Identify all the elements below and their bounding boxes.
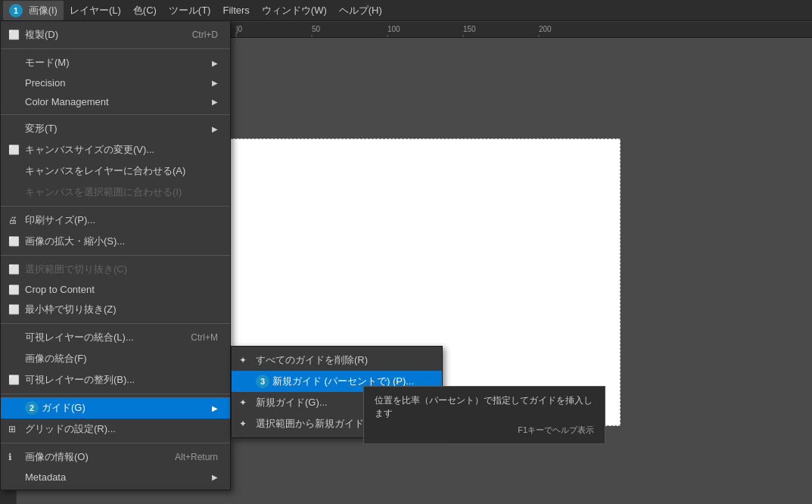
menu-item-canvas-sel: キャンバスを選択範囲に合わせる(I): [1, 182, 230, 203]
svg-text:150: 150: [463, 25, 476, 33]
menubar: 1 画像(I) レイヤー(L) 色(C) ツール(T) Filters ウィンド…: [0, 0, 812, 21]
menu-label-flatten: 画像の統合(F): [25, 352, 218, 366]
separator-5: [1, 323, 230, 324]
menu-item-flatten[interactable]: 画像の統合(F): [1, 348, 230, 369]
badge-3: 3: [256, 375, 269, 388]
menubar-item-filters[interactable]: Filters: [216, 2, 255, 19]
menubar-item-color[interactable]: 色(C): [127, 1, 163, 20]
guide-new-icon: ✦: [239, 397, 247, 408]
metadata-arrow-icon: ▶: [212, 473, 218, 481]
separator-2: [1, 114, 230, 115]
menu-item-flatten-visible[interactable]: 可視レイヤーの統合(L)... Ctrl+M: [1, 327, 230, 348]
menu-item-crop-sel: ⬜ 選択範囲で切り抜き(C): [1, 259, 230, 280]
menu-label-grid-settings: グリッドの設定(R)...: [25, 422, 218, 436]
menu-item-mode[interactable]: モード(M) ▶: [1, 52, 230, 73]
menubar-label-window: ウィンドウ(W): [262, 5, 327, 16]
precision-arrow-icon: ▶: [212, 79, 218, 87]
menu-item-canvas-fit[interactable]: キャンバスをレイヤーに合わせる(A): [1, 160, 230, 182]
print-icon: 🖨: [8, 215, 17, 226]
svg-text:50: 50: [312, 25, 321, 33]
menu-label-duplicate: 複製(D): [25, 28, 192, 42]
transform-arrow-icon: ▶: [212, 125, 218, 133]
tooltip-main-text: 位置を比率（パーセント）で指定してガイドを挿入します: [375, 394, 594, 420]
menu-label-print-size: 印刷サイズ(P)...: [25, 213, 218, 227]
menu-item-grid-settings[interactable]: ⊞ グリッドの設定(R)...: [1, 418, 230, 440]
menubar-item-layer[interactable]: レイヤー(L): [64, 1, 127, 20]
svg-text:200: 200: [539, 25, 552, 33]
svg-text:100: 100: [387, 25, 400, 33]
guides-arrow-icon: ▶: [212, 404, 218, 412]
menu-label-precision: Precision: [25, 77, 212, 89]
menubar-item-window[interactable]: ウィンドウ(W): [256, 1, 333, 20]
badge-1: 1: [9, 4, 23, 17]
menu-label-canvas-fit: キャンバスをレイヤーに合わせる(A): [25, 164, 218, 178]
menu-label-color-mgmt: Color Management: [25, 96, 212, 107]
tooltip-hint-text: F1キーでヘルプ表示: [375, 425, 594, 436]
menu-item-metadata[interactable]: Metadata ▶: [1, 468, 230, 487]
menu-label-transform: 変形(T): [25, 122, 212, 135]
menu-item-print-size[interactable]: 🖨 印刷サイズ(P)...: [1, 210, 230, 231]
canvas-size-icon: ⬜: [8, 145, 20, 155]
menu-item-color-mgmt[interactable]: Color Management ▶: [1, 92, 230, 111]
menubar-label-image: 画像(I): [29, 5, 58, 16]
menu-label-mode: モード(M): [25, 56, 212, 70]
crop-content-icon: ⬜: [8, 285, 20, 295]
menu-label-metadata: Metadata: [25, 471, 212, 483]
mode-arrow-icon: ▶: [212, 59, 218, 67]
menubar-item-image[interactable]: 1 画像(I): [3, 1, 64, 20]
info-icon: ℹ: [8, 452, 12, 462]
menubar-label-help: ヘルプ(H): [339, 5, 382, 16]
align-visible-icon: ⬜: [8, 375, 20, 385]
menu-item-image-info[interactable]: ℹ 画像の情報(O) Alt+Return: [1, 446, 230, 468]
menubar-item-tools[interactable]: ツール(T): [163, 1, 217, 20]
menubar-label-tools: ツール(T): [169, 5, 211, 16]
separator-3: [1, 206, 230, 207]
menubar-label-filters: Filters: [222, 5, 249, 16]
submenu-label-new-guide: 新規ガイド(G)...: [256, 396, 328, 409]
guide-delete-icon: ✦: [239, 355, 247, 366]
guide-from-sel-icon: ✦: [239, 418, 247, 429]
duplicate-icon: ⬜: [8, 30, 20, 40]
crop-sel-icon: ⬜: [8, 264, 20, 275]
menu-label-canvas-sel: キャンバスを選択範囲に合わせる(I): [25, 185, 218, 199]
menu-label-align-visible: 可視レイヤーの整列(B)...: [25, 373, 218, 387]
menu-label-scale: 画像の拡大・縮小(S)...: [25, 235, 218, 248]
submenu-label-guide-from-sel: 選択範囲から新規ガイド(S): [256, 417, 377, 431]
menu-label-flatten-visible: 可視レイヤーの統合(L)...: [25, 331, 191, 344]
scale-icon: ⬜: [8, 236, 20, 247]
menubar-label-layer: レイヤー(L): [70, 5, 121, 16]
tooltip-box: 位置を比率（パーセント）で指定してガイドを挿入します F1キーでヘルプ表示: [363, 386, 605, 444]
shortcut-duplicate: Ctrl+D: [192, 30, 218, 40]
menu-label-image-info: 画像の情報(O): [25, 450, 175, 464]
separator-1: [1, 48, 230, 49]
menu-item-autocrop[interactable]: ⬜ 最小枠で切り抜き(Z): [1, 299, 230, 320]
menubar-item-help[interactable]: ヘルプ(H): [333, 1, 388, 20]
grid-settings-icon: ⊞: [8, 424, 16, 434]
menu-item-transform[interactable]: 変形(T) ▶: [1, 118, 230, 139]
menu-item-precision[interactable]: Precision ▶: [1, 73, 230, 92]
image-menu: ⬜ 複製(D) Ctrl+D モード(M) ▶ Precision ▶ Colo…: [0, 21, 231, 490]
separator-4: [1, 255, 230, 256]
menu-label-canvas-size: キャンバスサイズの変更(V)...: [25, 143, 218, 157]
badge-2: 2: [25, 401, 39, 415]
menu-item-duplicate[interactable]: ⬜ 複製(D) Ctrl+D: [1, 24, 230, 45]
menu-item-canvas-size[interactable]: ⬜ キャンバスサイズの変更(V)...: [1, 139, 230, 160]
submenu-label-delete-guides: すべてのガイドを削除(R): [256, 353, 368, 367]
menu-item-align-visible[interactable]: ⬜ 可視レイヤーの整列(B)...: [1, 369, 230, 390]
menu-item-guides[interactable]: 2 ガイド(G) ▶: [1, 397, 230, 418]
shortcut-flatten-visible: Ctrl+M: [191, 332, 218, 343]
shortcut-image-info: Alt+Return: [175, 452, 218, 462]
menu-item-crop-content[interactable]: ⬜ Crop to Content: [1, 280, 230, 299]
color-mgmt-arrow-icon: ▶: [212, 98, 218, 106]
menu-label-guides: ガイド(G): [42, 401, 212, 415]
separator-6: [1, 394, 230, 394]
autocrop-icon: ⬜: [8, 304, 20, 315]
svg-text:|0: |0: [236, 25, 243, 33]
menu-item-scale[interactable]: ⬜ 画像の拡大・縮小(S)...: [1, 231, 230, 252]
separator-7: [1, 443, 230, 443]
menu-label-crop-content: Crop to Content: [25, 284, 218, 295]
submenu-item-delete-guides[interactable]: ✦ すべてのガイドを削除(R): [232, 350, 442, 371]
menubar-label-color: 色(C): [133, 5, 157, 16]
menu-label-autocrop: 最小枠で切り抜き(Z): [25, 303, 218, 316]
menu-label-crop-sel: 選択範囲で切り抜き(C): [25, 263, 218, 276]
